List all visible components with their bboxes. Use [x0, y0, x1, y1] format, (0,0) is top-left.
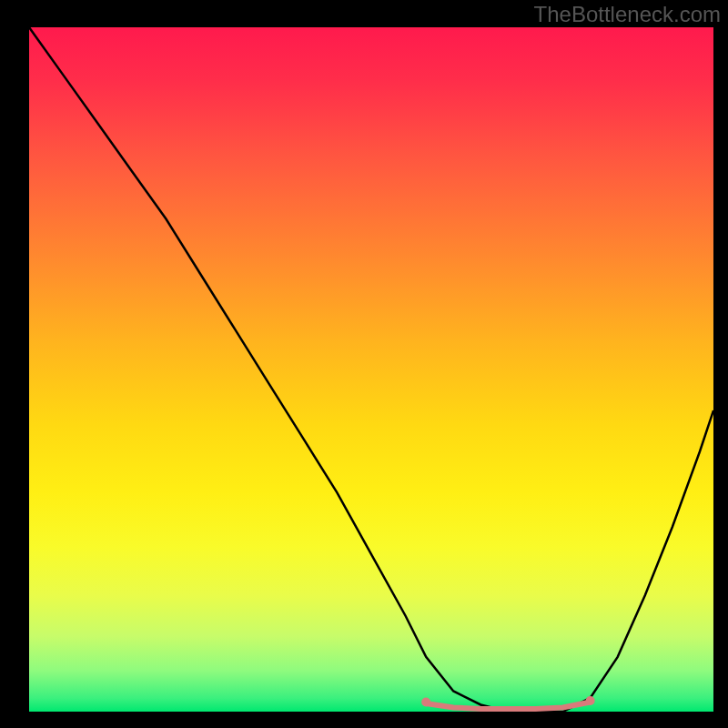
bottleneck-curve [29, 27, 713, 712]
curve-svg [29, 27, 713, 712]
x-axis-strip [0, 712, 728, 728]
chart-container: TheBottleneck.com [0, 0, 728, 728]
marker-dot [586, 696, 595, 705]
y-axis-strip [0, 27, 29, 712]
plot-area [29, 27, 713, 712]
baseline-highlight [426, 702, 590, 709]
watermark-text: TheBottleneck.com [534, 2, 721, 27]
marker-dot [421, 697, 430, 706]
